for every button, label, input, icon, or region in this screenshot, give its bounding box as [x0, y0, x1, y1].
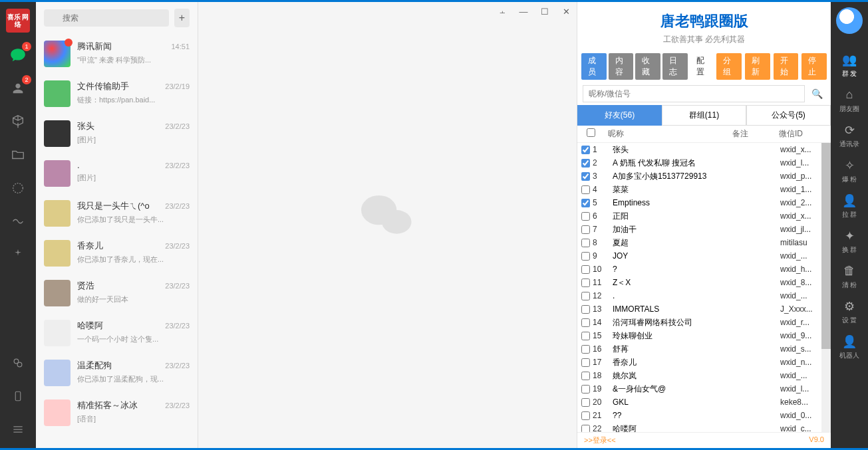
- tab-fav[interactable]: 收藏: [635, 53, 660, 80]
- menu-icon[interactable]: [7, 419, 29, 440]
- rail-item-7[interactable]: ⚙设 置: [839, 299, 859, 325]
- row-checkbox[interactable]: [581, 372, 590, 380]
- rail-item-2[interactable]: ⟳通讯录: [839, 123, 859, 149]
- row-checkbox[interactable]: [581, 398, 590, 407]
- table-row[interactable]: 1 张头 wxid_x...: [577, 143, 831, 156]
- btn-refresh[interactable]: 刷新: [745, 53, 770, 80]
- chat-item[interactable]: .23/2/23 [图片]: [36, 154, 198, 193]
- table-row[interactable]: 8 夏超 mitilasu: [577, 236, 831, 249]
- circle-icon[interactable]: [7, 177, 29, 199]
- row-checkbox[interactable]: [581, 411, 590, 420]
- table-row[interactable]: 22 哈喽阿 wxid_c...: [577, 422, 831, 432]
- filter-input[interactable]: [583, 85, 805, 102]
- table-row[interactable]: 3 A加多宝小姨15137729913 wxid_p...: [577, 169, 831, 183]
- chat-item[interactable]: 精准拓客～冰冰23/2/23 [语音]: [36, 393, 198, 433]
- row-checkbox[interactable]: [581, 358, 590, 367]
- scrollbar-thumb[interactable]: [821, 143, 831, 349]
- subtab-friends[interactable]: 好友(56): [577, 105, 662, 126]
- folder-icon[interactable]: [7, 144, 29, 166]
- table-row[interactable]: 13 IMMORTALS J_Xxxx...: [577, 302, 831, 316]
- tab-content[interactable]: 内容: [609, 53, 634, 80]
- row-checkbox[interactable]: [581, 265, 590, 274]
- btn-group[interactable]: 分组: [716, 53, 742, 80]
- phone-icon[interactable]: [7, 386, 29, 407]
- rail-item-5[interactable]: ✦换 群: [839, 229, 859, 255]
- row-nick: 香奈儿: [606, 357, 780, 368]
- table-row[interactable]: 9 JOY wxid_...: [577, 249, 831, 263]
- table-row[interactable]: 6 正阳 wxid_x...: [577, 209, 831, 223]
- chat-item[interactable]: 张头23/2/23 [图片]: [36, 114, 198, 154]
- row-checkbox[interactable]: [581, 212, 590, 221]
- chat-item[interactable]: 哈喽阿23/2/23 一个码一个小时 这个隻...: [36, 313, 198, 353]
- search-input[interactable]: [44, 9, 169, 27]
- table-row[interactable]: 14 沿河珥睿网络科技公司 wxid_r...: [577, 316, 831, 329]
- table-row[interactable]: 12 . wxid_...: [577, 289, 831, 302]
- table-row[interactable]: 11 Z＜X wxid_8...: [577, 276, 831, 289]
- chat-icon[interactable]: 1: [7, 45, 29, 66]
- row-checkbox[interactable]: [581, 252, 590, 261]
- table-row[interactable]: 18 姚尔岚 wxid_...: [577, 369, 831, 382]
- row-checkbox[interactable]: [581, 172, 590, 181]
- sparkle-icon[interactable]: [7, 244, 29, 265]
- row-checkbox[interactable]: [581, 239, 590, 247]
- chat-item[interactable]: 香奈儿23/2/23 你已添加了香奈儿，现在...: [36, 233, 198, 273]
- rail-item-4[interactable]: 👤拉 群: [839, 193, 859, 219]
- wave-icon[interactable]: [7, 211, 29, 232]
- row-checkbox[interactable]: [581, 146, 590, 154]
- table-row[interactable]: 19 &一身仙女气@ wxid_l...: [577, 382, 831, 395]
- cube-icon[interactable]: [7, 111, 29, 132]
- tab-members[interactable]: 成员: [581, 53, 607, 80]
- btn-stop[interactable]: 停止: [801, 53, 827, 80]
- rail-item-1[interactable]: ⌂朋友圈: [839, 88, 859, 114]
- subtab-official[interactable]: 公众号(5): [746, 105, 831, 126]
- table-row[interactable]: 7 加油干 wxid_jl...: [577, 223, 831, 236]
- row-checkbox[interactable]: [581, 425, 590, 433]
- row-checkbox[interactable]: [581, 199, 590, 207]
- rail-item-8[interactable]: 👤机器人: [839, 334, 859, 360]
- row-checkbox[interactable]: [581, 345, 590, 354]
- login-link[interactable]: >>登录<<: [584, 435, 616, 445]
- minimize-icon[interactable]: —: [513, 2, 534, 21]
- add-button[interactable]: +: [174, 9, 190, 27]
- table-row[interactable]: 5 Emptiness wxid_2...: [577, 196, 831, 209]
- duck-avatar[interactable]: [836, 7, 863, 34]
- row-checkbox[interactable]: [581, 225, 590, 234]
- pin-icon[interactable]: ⫠: [492, 2, 513, 21]
- subtab-groups[interactable]: 群组(11): [662, 105, 746, 126]
- table-row[interactable]: 10 ? wxid_h...: [577, 263, 831, 276]
- close-icon[interactable]: ✕: [555, 2, 577, 21]
- row-checkbox[interactable]: [581, 305, 590, 314]
- maximize-icon[interactable]: ☐: [534, 2, 555, 21]
- row-checkbox[interactable]: [581, 292, 590, 300]
- tab-config[interactable]: 配置: [690, 53, 715, 80]
- table-row[interactable]: 2 A 奶瓶 代发私聊 搜冠名 wxid_l...: [577, 156, 831, 169]
- row-checkbox[interactable]: [581, 185, 590, 194]
- table-row[interactable]: 4 菜菜 wxid_1...: [577, 183, 831, 196]
- chat-item[interactable]: 温柔配狗23/2/23 你已添加了温柔配狗，现...: [36, 353, 198, 393]
- scrollbar-track[interactable]: [821, 143, 831, 432]
- select-all-checkbox[interactable]: [587, 128, 595, 137]
- table-row[interactable]: 20 GKL keke8...: [577, 395, 831, 409]
- table-row[interactable]: 21 ?? wxid_0...: [577, 409, 831, 422]
- row-checkbox[interactable]: [581, 159, 590, 168]
- rail-item-0[interactable]: 👥群 发: [839, 53, 859, 78]
- chat-item[interactable]: 我只是一头牛ㄟ(^o23/2/23 你已添加了我只是一头牛...: [36, 193, 198, 233]
- contacts-icon[interactable]: 2: [7, 78, 29, 99]
- search-icon[interactable]: 🔍: [809, 88, 825, 99]
- row-checkbox[interactable]: [581, 318, 590, 327]
- chat-item[interactable]: 文件传输助手23/2/19 链接：https://pan.baid...: [36, 74, 198, 114]
- tab-log[interactable]: 日志: [662, 53, 688, 80]
- app-logo[interactable]: 喜乐 网络: [6, 9, 30, 33]
- rail-item-3[interactable]: ✧爆 粉: [839, 158, 859, 184]
- chat-item[interactable]: 贤浩23/2/23 做的好一天回本: [36, 273, 198, 313]
- btn-start[interactable]: 开始: [774, 53, 799, 80]
- miniprogram-icon[interactable]: [7, 352, 29, 374]
- rail-item-6[interactable]: 🗑清 粉: [839, 264, 859, 290]
- row-checkbox[interactable]: [581, 279, 590, 287]
- chat-item[interactable]: 腾讯新闻14:51 "甲流" 来袭 科学预防...: [36, 34, 198, 74]
- table-row[interactable]: 16 舒苒 wxid_s...: [577, 342, 831, 356]
- row-checkbox[interactable]: [581, 385, 590, 394]
- table-row[interactable]: 17 香奈儿 wxid_n...: [577, 356, 831, 369]
- table-row[interactable]: 15 玲妹聊创业 wxid_9...: [577, 329, 831, 342]
- row-checkbox[interactable]: [581, 332, 590, 340]
